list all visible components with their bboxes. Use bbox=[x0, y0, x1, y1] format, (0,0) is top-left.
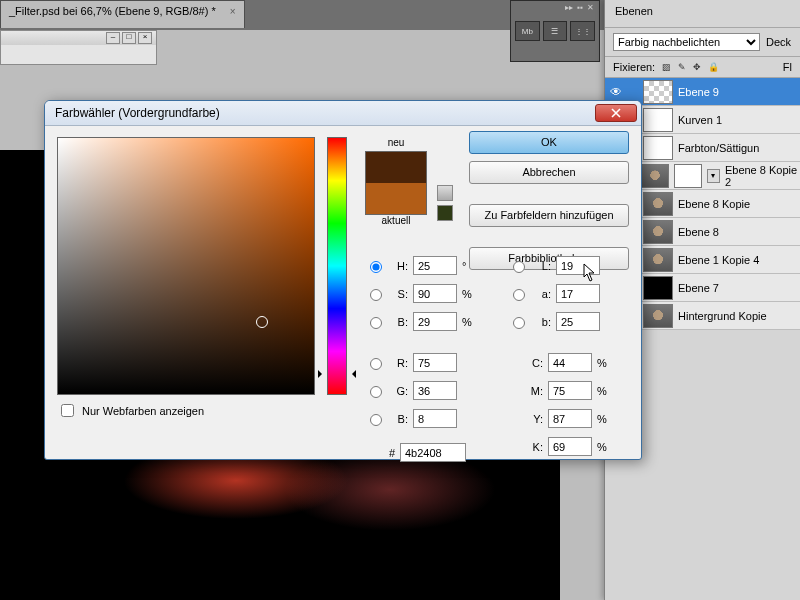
input-S[interactable] bbox=[413, 284, 457, 303]
layer-thumb bbox=[643, 136, 673, 160]
layer-thumb bbox=[643, 248, 673, 272]
label: G: bbox=[390, 385, 408, 397]
radio-R[interactable] bbox=[370, 358, 382, 370]
layer-thumb bbox=[643, 276, 673, 300]
color-swatch bbox=[365, 151, 427, 215]
unit: % bbox=[597, 441, 611, 453]
unit: % bbox=[597, 357, 611, 369]
field-C: C:% bbox=[508, 352, 619, 373]
web-colors-label: Nur Webfarben anzeigen bbox=[82, 405, 204, 417]
panel-icon[interactable]: Mb bbox=[515, 21, 540, 41]
input-M[interactable] bbox=[548, 381, 592, 400]
color-picker-dialog: Farbwähler (Vordergrundfarbe) Nur Webfar… bbox=[44, 100, 642, 460]
input-C[interactable] bbox=[548, 353, 592, 372]
radio-Bv[interactable] bbox=[370, 414, 382, 426]
field-a: a: bbox=[508, 283, 619, 304]
field-M: M:% bbox=[508, 380, 619, 401]
ok-button[interactable]: OK bbox=[469, 131, 629, 154]
label: a: bbox=[533, 288, 551, 300]
label: K: bbox=[525, 441, 543, 453]
radio-Bb[interactable] bbox=[370, 317, 382, 329]
lock-label: Fixieren: bbox=[613, 61, 655, 73]
field-Y: Y:% bbox=[508, 408, 619, 429]
lock-transparent-icon[interactable]: ▨ bbox=[662, 62, 671, 72]
hue-slider[interactable] bbox=[327, 137, 347, 395]
panel-icon[interactable]: ☰ bbox=[543, 21, 568, 41]
layer-name: Ebene 7 bbox=[678, 282, 719, 294]
lock-position-icon[interactable]: ✥ bbox=[693, 62, 701, 72]
close-tab-icon[interactable]: × bbox=[230, 6, 236, 17]
panel-dock: ▸▸▪▪✕ Mb ☰ ⋮⋮ bbox=[510, 0, 600, 62]
document-title: _Filter.psd bei 66,7% (Ebene 9, RGB/8#) … bbox=[9, 5, 216, 17]
field-Bb: B:% bbox=[365, 311, 476, 332]
label: H: bbox=[390, 260, 408, 272]
dialog-titlebar[interactable]: Farbwähler (Vordergrundfarbe) bbox=[45, 101, 641, 126]
layer-thumb bbox=[643, 220, 673, 244]
close-dialog-button[interactable] bbox=[595, 104, 637, 122]
input-R[interactable] bbox=[413, 353, 457, 372]
layer-thumb bbox=[643, 108, 673, 132]
input-H[interactable] bbox=[413, 256, 457, 275]
layer-name: Ebene 1 Kopie 4 bbox=[678, 254, 759, 266]
lock-all-icon[interactable]: 🔒 bbox=[708, 62, 719, 72]
input-b[interactable] bbox=[556, 312, 600, 331]
panel-icon[interactable]: ⋮⋮ bbox=[570, 21, 595, 41]
add-swatch-button[interactable]: Zu Farbfeldern hinzufügen bbox=[469, 204, 629, 227]
layer-thumb bbox=[643, 192, 673, 216]
dialog-title: Farbwähler (Vordergrundfarbe) bbox=[55, 106, 220, 120]
close-icon[interactable]: × bbox=[138, 32, 152, 44]
input-Y[interactable] bbox=[548, 409, 592, 428]
field-hex: # bbox=[365, 442, 476, 463]
radio-G[interactable] bbox=[370, 386, 382, 398]
input-K[interactable] bbox=[548, 437, 592, 456]
label: S: bbox=[390, 288, 408, 300]
layer-name: Ebene 9 bbox=[678, 86, 719, 98]
blend-mode-select[interactable]: Farbig nachbelichten bbox=[613, 33, 760, 51]
gamut-warning-icon[interactable] bbox=[437, 185, 453, 201]
radio-S[interactable] bbox=[370, 289, 382, 301]
label: C: bbox=[525, 357, 543, 369]
input-Bv[interactable] bbox=[413, 409, 457, 428]
web-colors-checkbox[interactable] bbox=[61, 404, 74, 417]
lock-pixels-icon[interactable]: ✎ bbox=[678, 62, 686, 72]
color-marker-icon bbox=[256, 316, 268, 328]
minimize-icon[interactable]: – bbox=[106, 32, 120, 44]
radio-L[interactable] bbox=[513, 261, 525, 273]
color-field[interactable] bbox=[57, 137, 315, 395]
expand-icon[interactable]: ▾ bbox=[707, 169, 720, 183]
label: B: bbox=[390, 316, 408, 328]
unit: % bbox=[462, 288, 476, 300]
input-a[interactable] bbox=[556, 284, 600, 303]
radio-a[interactable] bbox=[513, 289, 525, 301]
radio-H[interactable] bbox=[370, 261, 382, 273]
layer-name: Hintergrund Kopie bbox=[678, 310, 767, 322]
visibility-icon[interactable]: 👁 bbox=[609, 85, 623, 99]
input-Bb[interactable] bbox=[413, 312, 457, 331]
field-Bv: B: bbox=[365, 408, 476, 429]
label: B: bbox=[390, 413, 408, 425]
layer-name: Kurven 1 bbox=[678, 114, 722, 126]
layer-thumb bbox=[643, 304, 673, 328]
input-L[interactable] bbox=[556, 256, 600, 275]
input-G[interactable] bbox=[413, 381, 457, 400]
label: b: bbox=[533, 316, 551, 328]
unit: % bbox=[462, 316, 476, 328]
websafe-warning-icon[interactable] bbox=[437, 205, 453, 221]
field-R: R: bbox=[365, 352, 476, 373]
document-tab[interactable]: _Filter.psd bei 66,7% (Ebene 9, RGB/8#) … bbox=[0, 0, 245, 28]
layers-tab[interactable]: Ebenen bbox=[605, 0, 800, 28]
maximize-icon[interactable]: □ bbox=[122, 32, 136, 44]
opacity-label: Deck bbox=[760, 36, 792, 48]
fill-label: Fl bbox=[783, 61, 792, 73]
field-G: G: bbox=[365, 380, 476, 401]
field-b: b: bbox=[508, 311, 619, 332]
cancel-button[interactable]: Abbrechen bbox=[469, 161, 629, 184]
input-hex[interactable] bbox=[400, 443, 466, 462]
field-L: L: bbox=[508, 255, 619, 276]
current-label: aktuell bbox=[365, 215, 427, 229]
label: R: bbox=[390, 357, 408, 369]
label: Y: bbox=[525, 413, 543, 425]
radio-b[interactable] bbox=[513, 317, 525, 329]
field-K: K:% bbox=[508, 436, 619, 457]
unit: % bbox=[597, 385, 611, 397]
